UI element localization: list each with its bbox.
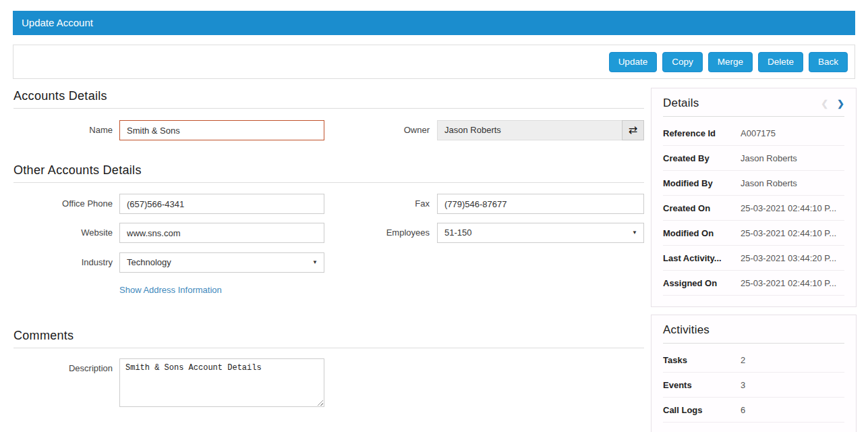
chevron-right-icon[interactable]: ❯	[837, 99, 844, 109]
detail-row-label: Created On	[663, 203, 741, 213]
activities-panel-divider	[663, 343, 844, 344]
owner-field: Jason Roberts ⇄	[437, 120, 644, 140]
details-panel-title: Details	[663, 97, 699, 110]
details-row: Reference Id A007175	[663, 121, 844, 146]
update-account-page: Update Account Update Copy Merge Delete …	[0, 0, 868, 432]
delete-button[interactable]: Delete	[758, 52, 803, 72]
details-panel-nav: ❮ ❯	[821, 99, 844, 109]
name-label: Name	[13, 120, 113, 140]
fax-input[interactable]	[437, 194, 644, 214]
activities-row: Events 3	[663, 373, 844, 398]
owner-label: Owner	[330, 120, 430, 140]
description-label: Description	[13, 358, 113, 379]
merge-button[interactable]: Merge	[708, 52, 753, 72]
activities-panel: Activities Tasks 2 Events 3 Call Logs 6	[651, 315, 857, 432]
detail-row-label: Last Activity...	[663, 253, 741, 263]
activity-row-label: Events	[663, 380, 741, 390]
action-toolbar: Update Copy Merge Delete Back	[13, 45, 855, 79]
show-address-information-link[interactable]: Show Address Information	[119, 285, 222, 295]
details-panel-divider	[663, 116, 844, 117]
fax-label: Fax	[330, 194, 430, 214]
website-label: Website	[13, 223, 113, 243]
activities-row: Call Logs 6	[663, 398, 844, 423]
details-row: Created By Jason Roberts	[663, 146, 844, 171]
details-rows: Reference Id A007175 Created By Jason Ro…	[652, 121, 856, 296]
website-input[interactable]	[119, 223, 324, 243]
employees-label: Employees	[330, 223, 430, 243]
details-panel: Details ❮ ❯ Reference Id A007175 Created…	[651, 88, 857, 307]
activity-row-label: Tasks	[663, 355, 741, 365]
details-panel-header: Details ❮ ❯	[652, 88, 856, 116]
detail-row-label: Modified By	[663, 178, 741, 188]
industry-select[interactable]: Technology ▼	[119, 252, 324, 273]
detail-row-value: 25-03-2021 02:44:10 P...	[741, 278, 836, 288]
detail-row-label: Reference Id	[663, 128, 741, 138]
update-button[interactable]: Update	[609, 52, 658, 72]
detail-row-value: 25-03-2021 02:44:10 P...	[741, 228, 836, 238]
accounts-details-heading: Accounts Details	[13, 89, 644, 109]
activities-row: Tasks 2	[663, 348, 844, 373]
activities-panel-title: Activities	[663, 323, 710, 337]
owner-lookup-button[interactable]: ⇄	[622, 120, 644, 140]
industry-label: Industry	[13, 252, 113, 273]
activity-row-value: 6	[741, 405, 745, 415]
caret-down-icon: ▼	[632, 223, 637, 242]
caret-down-icon: ▼	[312, 253, 318, 272]
detail-row-value: Jason Roberts	[741, 178, 797, 188]
detail-row-label: Created By	[663, 153, 741, 163]
back-button[interactable]: Back	[809, 52, 848, 72]
swap-horizontal-icon: ⇄	[629, 121, 637, 140]
detail-row-label: Assigned On	[663, 278, 741, 288]
detail-row-label: Modified On	[663, 228, 741, 238]
details-row: Created On 25-03-2021 02:44:10 P...	[663, 196, 844, 221]
comments-heading: Comments	[13, 329, 644, 348]
activities-rows: Tasks 2 Events 3 Call Logs 6	[652, 348, 856, 423]
details-row: Modified By Jason Roberts	[663, 171, 844, 196]
details-row: Last Activity... 25-03-2021 03:44:20 P..…	[663, 246, 844, 271]
activity-row-value: 2	[741, 355, 745, 365]
owner-value: Jason Roberts	[444, 125, 501, 135]
employees-select[interactable]: 51-150 ▼	[437, 223, 644, 243]
industry-selected-value: Technology	[127, 257, 171, 267]
name-input[interactable]	[119, 120, 324, 140]
detail-row-value: 25-03-2021 03:44:20 P...	[741, 253, 836, 263]
office-phone-label: Office Phone	[13, 194, 113, 214]
detail-row-value: Jason Roberts	[741, 153, 797, 163]
chevron-left-icon[interactable]: ❮	[821, 99, 828, 109]
copy-button[interactable]: Copy	[662, 52, 703, 72]
details-row: Assigned On 25-03-2021 02:44:10 P...	[663, 271, 844, 296]
activity-row-label: Call Logs	[663, 405, 741, 415]
employees-selected-value: 51-150	[444, 227, 471, 238]
detail-row-value: A007175	[741, 128, 776, 138]
other-accounts-details-heading: Other Accounts Details	[13, 163, 644, 183]
office-phone-input[interactable]	[119, 194, 324, 214]
activities-panel-header: Activities	[652, 315, 856, 343]
page-title: Update Account	[13, 11, 855, 35]
description-textarea[interactable]: Smith & Sons Account Details	[119, 358, 324, 407]
activity-row-value: 3	[741, 380, 745, 390]
detail-row-value: 25-03-2021 02:44:10 P...	[741, 203, 836, 213]
details-row: Modified On 25-03-2021 02:44:10 P...	[663, 221, 844, 246]
